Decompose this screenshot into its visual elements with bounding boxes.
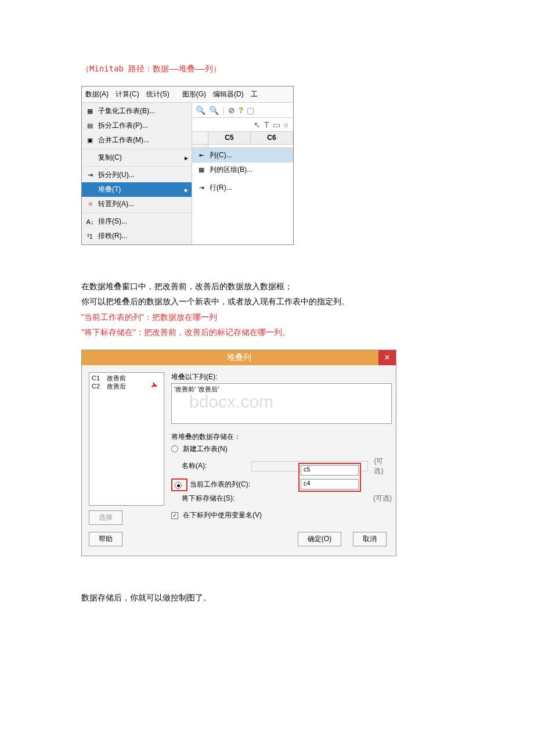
dialog-title: 堆叠列 × (82, 350, 396, 365)
sort-icon: A↓ (85, 217, 95, 226)
submenu-rows-label: 行(R)... (210, 183, 232, 193)
stack-icon (85, 185, 95, 195)
column-list[interactable]: C1 改善前 C2 改善后 (89, 372, 164, 506)
menu-transpose-label: 转置列(A)... (98, 199, 134, 209)
rows-icon: ⇥ (197, 183, 206, 193)
rank-icon: ³1 (85, 232, 95, 241)
cursor-icon[interactable]: ↖ (254, 120, 261, 129)
columns-icon: ⇤ (197, 151, 206, 160)
transpose-icon: ⤨ (85, 200, 95, 209)
menu-tools[interactable]: 工 (247, 88, 261, 101)
menu-right-panel: 🔍 🔍 | ⊘ ? ▢ ↖ T ▭ ○ C5 C6 ⇤ (192, 103, 293, 244)
close-button[interactable]: × (378, 350, 396, 365)
para-3: "当前工作表的列"：把数据放在哪一列 (81, 311, 453, 323)
para-2: 你可以把堆叠后的数据放入一个新表中，或者放入现有工作表中的指定列。 (81, 295, 453, 308)
data-menu-dropdown: ▦ 子集化工作表(B)... ▤ 拆分工作表(P)... ▣ 合并工作表(M).… (82, 103, 192, 244)
unstack-icon: ⇥ (85, 171, 95, 180)
menu-stack-label: 堆叠(T) (98, 185, 121, 195)
menu-screenshot: 数据(A) 计算(C) 统计(S) 图形(G) 编辑器(D) 工 ▦ 子集化工作… (81, 86, 294, 245)
menu-data[interactable]: 数据(A) (82, 88, 112, 101)
col-c2: C2 (92, 382, 100, 390)
menu-editor[interactable]: 编辑器(D) (210, 88, 247, 101)
optional-1: (可选) (374, 456, 392, 476)
radio-current-col[interactable] (175, 482, 182, 489)
menu-merge-label: 合并工作表(M)... (98, 135, 149, 145)
submenu-columns-label: 列(C)... (210, 150, 232, 160)
store-label: 将堆叠的数据存储在： (171, 432, 392, 442)
para-1: 在数据堆叠窗口中，把改善前，改善后的数据放入数据框； (81, 280, 453, 293)
doc-icon[interactable]: ▢ (247, 106, 254, 115)
para-4: "将下标存储在"：把改善前，改善后的标记存储在哪一列。 (81, 326, 453, 339)
help-button[interactable]: 帮助 (89, 532, 122, 546)
column-headers: C5 C6 (192, 132, 293, 145)
col-c6: C6 (251, 132, 293, 144)
menu-transpose[interactable]: ⤨ 转置列(A)... (82, 197, 192, 211)
blocks-icon: ▦ (197, 165, 206, 175)
col-c1: C1 (92, 374, 100, 382)
menu-subset[interactable]: ▦ 子集化工作表(B)... (82, 104, 192, 118)
menu-graph[interactable]: 图形(G) (179, 88, 210, 101)
menu-separator (82, 166, 192, 167)
stack-columns-value: '改善前' '改善后' (174, 386, 219, 393)
subset-icon: ▦ (85, 107, 95, 116)
menu-separator (82, 213, 192, 213)
menu-unstack-label: 拆分列(U)... (98, 170, 135, 180)
submenu-blocks-label: 列的区组(B)... (210, 165, 252, 175)
menu-copy[interactable]: 复制(C) ▸ (82, 150, 192, 165)
stack-label: 堆叠以下列(E): (171, 372, 392, 382)
circle-icon[interactable]: ○ (284, 120, 288, 129)
radio-current-label: 当前工作表的列(C): (190, 480, 250, 489)
ok-button[interactable]: 确定(O) (298, 532, 341, 546)
menu-separator (82, 149, 192, 149)
menu-unstack[interactable]: ⇥ 拆分列(U)... (82, 168, 192, 182)
toolbar2: ↖ T ▭ ○ (192, 118, 293, 132)
col-c5: C5 (208, 132, 251, 144)
dialog-title-text: 堆叠列 (227, 352, 251, 362)
menu-rank[interactable]: ³1 排秩(R)... (82, 229, 192, 243)
submenu-rows[interactable]: ⇥ 行(R)... (192, 181, 293, 195)
subscript-input[interactable]: c4 (301, 479, 359, 489)
menu-stack[interactable]: 堆叠(T) ▸ (82, 182, 192, 197)
cancel-icon[interactable]: ⊘ (228, 106, 235, 115)
submenu-columns[interactable]: ⇤ 列(C)... (192, 148, 293, 163)
menubar: 数据(A) 计算(C) 统计(S) 图形(G) 编辑器(D) 工 (82, 87, 293, 103)
checkbox-varname[interactable]: ✓ (171, 512, 178, 519)
watermark: bdocx.com (189, 392, 273, 412)
copy-icon (85, 153, 95, 163)
chevron-right-icon: ▸ (185, 186, 188, 194)
radio-new-sheet[interactable] (171, 445, 178, 452)
menu-subset-label: 子集化工作表(B)... (98, 106, 155, 116)
col-c2-name: 改善后 (107, 382, 126, 390)
menu-split[interactable]: ▤ 拆分工作表(P)... (82, 118, 192, 133)
help-icon[interactable]: ? (239, 106, 244, 115)
radio-current-highlight (171, 478, 187, 492)
current-col-input[interactable]: c5 (301, 465, 359, 476)
para-5: 数据存储后，你就可以做控制图了。 (81, 591, 453, 604)
text-icon[interactable]: T (264, 120, 269, 129)
rect-icon[interactable]: ▭ (273, 120, 280, 129)
toolbar: 🔍 🔍 | ⊘ ? ▢ (192, 103, 293, 118)
find-icon[interactable]: 🔍 (209, 106, 219, 115)
path-text: （Minitab 路径：数据——堆叠——列） (81, 64, 453, 74)
menu-calc[interactable]: 计算(C) (112, 88, 143, 101)
menu-stat[interactable]: 统计(S) (143, 88, 173, 101)
optional-2: (可选) (373, 494, 392, 503)
stack-columns-input[interactable]: '改善前' '改善后' bdocx.com (171, 383, 392, 424)
col-c1-name: 改善前 (107, 374, 126, 382)
menu-split-label: 拆分工作表(P)... (98, 121, 148, 131)
submenu-blocks[interactable]: ▦ 列的区组(B)... (192, 163, 293, 177)
menu-merge[interactable]: ▣ 合并工作表(M)... (82, 133, 192, 147)
radio-new-sheet-label: 新建工作表(N) (183, 444, 228, 454)
select-button[interactable]: 选择 (89, 510, 122, 525)
subscript-label: 将下标存储在(S): (171, 494, 252, 503)
binoculars-icon[interactable]: 🔍 (196, 106, 205, 115)
name-label: 名称(A): (171, 461, 249, 471)
menu-copy-label: 复制(C) (98, 153, 122, 163)
stack-dialog: 堆叠列 × C1 改善前 C2 改善后 选择 (81, 350, 396, 556)
menu-rank-label: 排秩(R)... (98, 231, 128, 241)
menu-sort[interactable]: A↓ 排序(S)... (82, 214, 192, 229)
chevron-right-icon: ▸ (185, 154, 188, 162)
merge-icon: ▣ (85, 136, 95, 145)
split-icon: ▤ (85, 121, 95, 131)
cancel-button[interactable]: 取消 (353, 532, 387, 546)
